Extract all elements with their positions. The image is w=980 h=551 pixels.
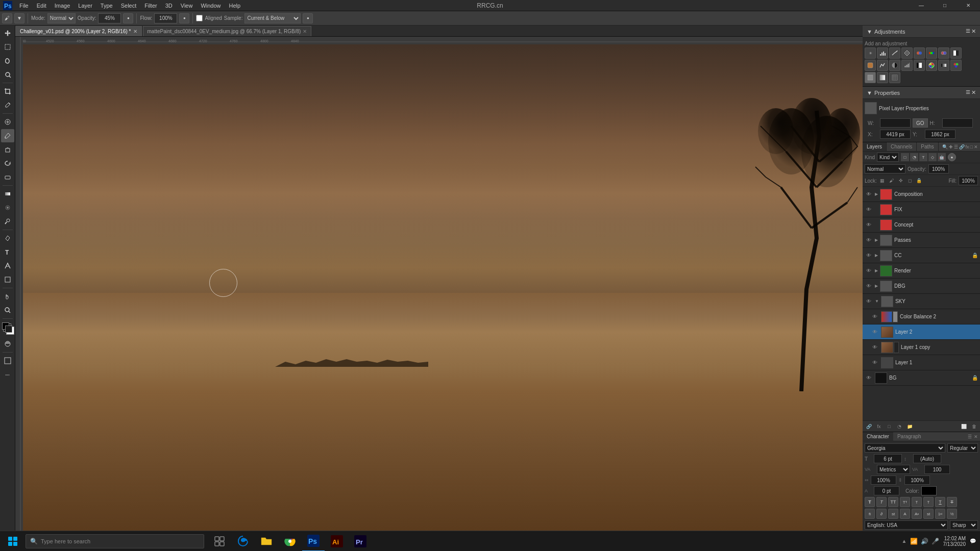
layer-arrow-render[interactable]: ▶ <box>875 268 878 273</box>
layer-item-render[interactable]: 👁 ▶ Render <box>863 263 980 279</box>
font-size-input[interactable] <box>874 454 902 463</box>
mic-icon[interactable]: 🎤 <box>932 538 939 545</box>
dodge-tool[interactable] <box>1 215 14 228</box>
extra-tools[interactable]: ••• <box>1 368 14 381</box>
app-icon[interactable]: Ps <box>0 0 15 11</box>
layer-item-colorbalance[interactable]: 👁 Color Balance 2 <box>863 309 980 324</box>
premiere-button[interactable]: Pr <box>349 531 372 552</box>
quick-select-tool[interactable] <box>1 68 14 81</box>
filter-toggle[interactable]: ● <box>948 153 956 161</box>
taskbar-clock[interactable]: 12:02 AM 7/13/2020 <box>943 536 966 547</box>
layer-item-bg[interactable]: 👁 BG 🔒 <box>863 370 980 386</box>
antialias-select[interactable]: Sharp <box>950 520 978 530</box>
leading-input[interactable] <box>913 454 941 463</box>
layer-item-passes[interactable]: 👁 ▶ Passes <box>863 233 980 248</box>
gradient-map-icon[interactable] <box>938 60 949 71</box>
gradient-fill-icon[interactable] <box>877 72 888 83</box>
layer-item-fix[interactable]: 👁 ▶ FIX <box>863 202 980 217</box>
layer-fx-btn[interactable]: fx <box>875 422 883 431</box>
hue-icon[interactable] <box>926 47 937 59</box>
layer-item-cc[interactable]: 👁 ▶ CC 🔒 <box>863 248 980 263</box>
menu-file[interactable]: File <box>15 0 33 11</box>
photofilter-icon[interactable] <box>865 60 876 71</box>
layer-list-icon[interactable]: ☰ <box>954 144 958 149</box>
blackwhite-icon[interactable] <box>950 47 962 59</box>
invert-icon[interactable] <box>889 60 900 71</box>
filter-pixel-icon[interactable]: □ <box>901 153 909 161</box>
style-all-caps[interactable]: TT <box>888 497 898 507</box>
layer-eye-layer1copy[interactable]: 👁 <box>871 343 879 352</box>
type-tool[interactable]: T <box>1 245 14 259</box>
menu-edit[interactable]: Edit <box>33 0 51 11</box>
crop-tool[interactable] <box>1 85 14 98</box>
history-brush-tool[interactable] <box>1 157 14 170</box>
marquee-tool[interactable] <box>1 40 14 54</box>
network-icon[interactable]: 📶 <box>910 538 918 545</box>
layer-item-layer1[interactable]: 👁 Layer 1 <box>863 355 980 370</box>
layer-eye-bg[interactable]: 👁 <box>865 374 873 382</box>
lock-transparent-icon[interactable]: ▦ <box>879 177 886 184</box>
tray-up-icon[interactable]: ▲ <box>902 538 907 544</box>
liga-sup[interactable]: Aa <box>912 509 922 519</box>
filter-smart-icon[interactable]: 🤖 <box>938 153 946 161</box>
edge-browser-button[interactable] <box>232 531 254 552</box>
layer-eye-fix[interactable]: 👁 <box>865 206 873 214</box>
selectivecolor-icon[interactable] <box>926 60 937 71</box>
move-tool[interactable] <box>1 27 14 40</box>
layer-mask-btn[interactable]: □ <box>885 422 893 431</box>
gradient-tool[interactable] <box>1 187 14 201</box>
colorbalance-icon[interactable] <box>938 47 949 59</box>
opacity-value[interactable] <box>928 164 949 173</box>
scale-v-input[interactable] <box>904 475 930 485</box>
vibrance-icon[interactable] <box>914 47 925 59</box>
volume-icon[interactable]: 🔊 <box>921 538 928 545</box>
layer-arrow-cc[interactable]: ▶ <box>875 253 878 258</box>
layer-delete-btn[interactable]: 🗑 <box>970 422 978 431</box>
tab-0-close[interactable]: ✕ <box>133 29 137 34</box>
blur-tool[interactable] <box>1 201 14 214</box>
layer-eye-composition[interactable]: 👁 <box>865 190 873 198</box>
maximize-button[interactable]: □ <box>933 0 957 11</box>
tool-preset-icon[interactable]: ▼ <box>14 13 24 23</box>
layer-arrow-dbg[interactable]: ▶ <box>875 284 878 288</box>
canvas-area[interactable] <box>23 44 863 541</box>
tracking-input[interactable] <box>924 465 950 474</box>
style-superscript[interactable]: T <box>912 497 922 507</box>
filter-shape-icon[interactable]: ◇ <box>928 153 937 161</box>
tab-1[interactable]: mattePaint_dsc00844_0EV_medium.jpg @ 66.… <box>143 26 312 36</box>
properties-close-icon[interactable]: ✕ <box>971 89 976 96</box>
layers-tab[interactable]: Layers <box>863 142 887 151</box>
liga-half[interactable]: ½ <box>947 509 957 519</box>
layer-eye-sky[interactable]: 👁 <box>865 297 873 306</box>
layer-item-layer1copy[interactable]: 👁 Layer 1 copy <box>863 340 980 355</box>
layer-eye-cc[interactable]: 👁 <box>865 252 873 260</box>
zoom-tool[interactable] <box>1 304 14 317</box>
taskview-button[interactable] <box>208 531 231 552</box>
notification-icon[interactable]: 💬 <box>970 538 976 544</box>
brush-icon[interactable]: 🖌 <box>2 13 12 23</box>
path-selection-tool[interactable] <box>1 259 14 272</box>
layer-item-concept[interactable]: 👁 ▶ Concept <box>863 217 980 233</box>
liga-fi[interactable]: fi <box>865 509 875 519</box>
blend-mode-select[interactable]: Normal <box>865 164 905 173</box>
layer-eye-layer1[interactable]: 👁 <box>871 359 879 367</box>
menu-help[interactable]: Help <box>225 0 245 11</box>
style-bold[interactable]: T <box>865 497 875 507</box>
layer-add-icon[interactable]: ✚ <box>949 144 953 149</box>
menu-select[interactable]: Select <box>117 0 141 11</box>
layer-mask-icon[interactable]: □ <box>970 144 973 149</box>
layer-link-icon[interactable]: 🔗 <box>959 144 965 149</box>
layer-eye-colorbalance[interactable]: 👁 <box>871 313 879 321</box>
y-input[interactable] <box>925 130 955 139</box>
opacity-input[interactable] <box>98 13 121 23</box>
posterize-icon[interactable] <box>901 60 913 71</box>
pressure-flow-icon[interactable]: ● <box>179 13 189 23</box>
filter-adjustment-icon[interactable]: ◔ <box>910 153 918 161</box>
adjustments-close-icon[interactable]: ✕ <box>971 28 976 35</box>
pressure-opacity-icon[interactable]: ● <box>123 13 133 23</box>
style-italic[interactable]: T <box>876 497 887 507</box>
lasso-tool[interactable] <box>1 54 14 67</box>
layer-eye-render[interactable]: 👁 <box>865 267 873 275</box>
brush-tool[interactable] <box>1 129 14 142</box>
tab-0[interactable]: Challenge_v01.psd @ 200% (Layer 2, RGB/1… <box>15 26 142 36</box>
